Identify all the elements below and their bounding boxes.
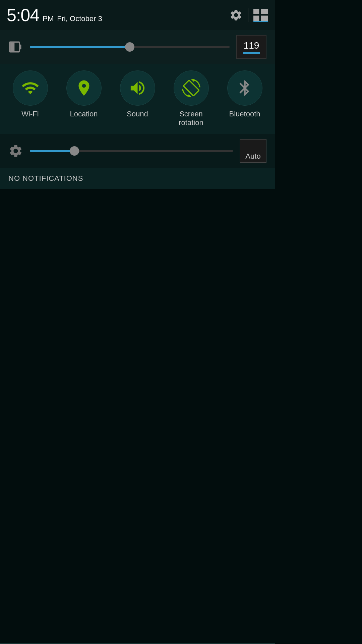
sound-label: Sound (127, 110, 148, 118)
brightness-slider[interactable] (30, 46, 230, 48)
svg-rect-6 (19, 45, 21, 50)
auto-box[interactable]: Auto (240, 139, 266, 163)
no-notifications-bar: NO NOTIFICATIONS (0, 168, 275, 189)
toggle-sound[interactable]: Sound (114, 70, 161, 118)
brightness-thumb[interactable] (125, 42, 134, 52)
bluetooth-label: Bluetooth (229, 110, 260, 118)
svg-rect-7 (10, 43, 15, 51)
svg-rect-2 (253, 16, 259, 21)
location-label: Location (70, 110, 98, 118)
date-display: Fri, October 3 (57, 14, 102, 23)
status-icons (229, 8, 268, 22)
svg-rect-1 (261, 9, 268, 14)
time-ampm: PM (43, 14, 54, 23)
location-toggle-circle[interactable] (66, 70, 102, 106)
wifi-toggle-circle[interactable] (13, 70, 48, 106)
quick-toggles: Wi-Fi Location Sound Screen rotation (0, 64, 275, 134)
dark-background (0, 189, 275, 640)
toggle-location[interactable]: Location (60, 70, 107, 118)
auto-label: Auto (245, 152, 260, 161)
adjust-thumb[interactable] (70, 146, 79, 156)
sound-toggle-circle[interactable] (120, 70, 155, 106)
settings-icon[interactable] (229, 8, 243, 22)
bluetooth-toggle-circle[interactable] (227, 70, 262, 106)
status-divider (248, 8, 248, 22)
brightness-fill (30, 46, 130, 48)
toggle-wifi[interactable]: Wi-Fi (7, 70, 54, 118)
adjust-settings-icon[interactable] (8, 144, 23, 158)
rotation-label: Screen rotation (168, 110, 215, 127)
brightness-value: 119 (244, 40, 259, 51)
time-display: 5:04 (7, 5, 39, 25)
rotation-toggle-circle[interactable] (174, 70, 209, 106)
brightness-value-box: 119 (236, 35, 266, 59)
status-bar: 5:04 PM Fri, October 3 (0, 0, 275, 30)
adjust-fill (30, 150, 74, 152)
toggle-bluetooth[interactable]: Bluetooth (221, 70, 268, 118)
screen-adjust-bar[interactable]: Auto (0, 134, 275, 168)
multiwindow-icon[interactable] (253, 8, 268, 22)
brightness-indicator (243, 52, 260, 54)
wifi-label: Wi-Fi (21, 110, 39, 118)
svg-rect-3 (261, 16, 268, 21)
svg-rect-0 (253, 9, 259, 14)
no-notifications-text: NO NOTIFICATIONS (8, 174, 83, 182)
time-section: 5:04 PM Fri, October 3 (7, 5, 102, 25)
brightness-bar[interactable]: 119 (0, 30, 275, 64)
adjust-slider[interactable] (30, 150, 233, 152)
toggle-screen-rotation[interactable]: Screen rotation (168, 70, 215, 127)
battery-icon (8, 40, 23, 54)
